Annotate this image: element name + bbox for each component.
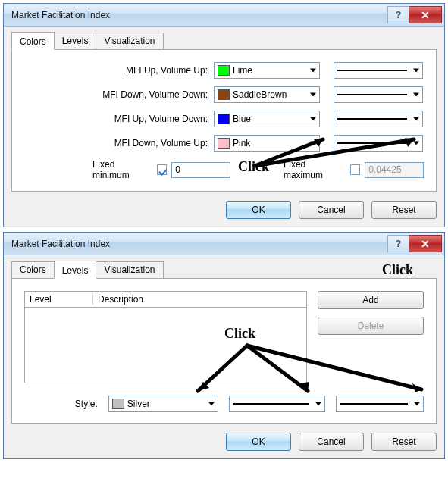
column-description[interactable]: Description: [93, 294, 306, 305]
delete-button: Delete: [318, 317, 424, 335]
line-sample-icon: [337, 94, 407, 95]
close-button[interactable]: ✕: [409, 6, 442, 23]
fixed-min-input[interactable]: 0: [171, 162, 230, 178]
color-row-mfi-down-vol-up: MFI Down, Volume Up: Pink: [24, 135, 424, 152]
chevron-down-icon: [310, 93, 316, 97]
help-button[interactable]: ?: [387, 235, 409, 252]
reset-button[interactable]: Reset: [371, 201, 437, 219]
chevron-down-icon: [208, 402, 215, 406]
levels-pane: Level Description Add Delete Style: Silv…: [11, 279, 437, 424]
line-sample-icon: [337, 70, 407, 71]
chevron-down-icon: [315, 402, 321, 406]
titlebar[interactable]: Market Facilitation Index ? ✕: [4, 233, 444, 255]
svg-marker-9: [412, 383, 421, 392]
color-select[interactable]: Lime: [214, 62, 320, 79]
color-name: Lime: [233, 65, 252, 76]
row-label: MFI Down, Volume Down:: [24, 89, 214, 100]
line-sample-icon: [233, 403, 309, 405]
style-line-width-select[interactable]: [336, 396, 424, 412]
cancel-button[interactable]: Cancel: [299, 433, 364, 451]
close-button[interactable]: ✕: [409, 235, 442, 252]
color-select[interactable]: Pink: [214, 135, 320, 152]
ok-button[interactable]: OK: [226, 201, 291, 219]
style-line-pattern-select[interactable]: [229, 396, 324, 412]
fixed-row: Fixed minimum 0 Fixed maximum 0.04425: [24, 159, 424, 180]
line-style-select[interactable]: [334, 111, 423, 127]
levels-table-header: Level Description: [24, 291, 307, 308]
color-select[interactable]: SaddleBrown: [214, 86, 320, 103]
style-label: Style:: [24, 399, 98, 409]
chevron-down-icon: [413, 117, 419, 121]
tabbar: Colors Levels Visualization: [11, 31, 437, 50]
chevron-down-icon: [414, 402, 420, 406]
color-name: SaddleBrown: [233, 89, 287, 100]
chevron-down-icon: [310, 117, 316, 121]
color-row-mfi-down-vol-down: MFI Down, Volume Down: SaddleBrown: [24, 86, 424, 103]
row-label: MFI Up, Volume Down:: [24, 114, 214, 124]
button-row: OK Cancel Reset: [11, 433, 437, 451]
line-style-select[interactable]: [334, 135, 423, 152]
fixed-min-checkbox[interactable]: [157, 164, 168, 175]
chevron-down-icon: [310, 69, 316, 73]
cancel-button[interactable]: Cancel: [299, 201, 364, 219]
tab-visualization[interactable]: Visualization: [96, 33, 163, 49]
line-style-select[interactable]: [334, 86, 423, 103]
line-style-select[interactable]: [334, 62, 423, 79]
color-row-mfi-up-vol-down: MFI Up, Volume Down: Blue: [24, 111, 424, 127]
style-color-name: Silver: [127, 399, 150, 409]
style-row: Style: Silver: [24, 396, 424, 412]
color-swatch-icon: [112, 399, 124, 409]
chevron-down-icon: [310, 142, 316, 145]
chevron-down-icon: [413, 69, 419, 73]
dialog-body: Colors Levels Visualization Level Descri…: [4, 255, 444, 458]
chevron-down-icon: [413, 93, 419, 97]
help-button[interactable]: ?: [387, 6, 409, 23]
row-label: MFI Down, Volume Up:: [24, 138, 214, 149]
column-level[interactable]: Level: [25, 294, 93, 305]
tab-levels[interactable]: Levels: [54, 261, 97, 279]
fixed-max-checkbox[interactable]: [350, 164, 361, 175]
tab-colors[interactable]: Colors: [11, 32, 55, 50]
add-button[interactable]: Add: [318, 291, 424, 309]
color-name: Pink: [233, 138, 250, 149]
dialog-body: Colors Levels Visualization MFI Up, Volu…: [4, 27, 444, 227]
fixed-max-label: Fixed maximum: [284, 159, 346, 180]
tab-levels[interactable]: Levels: [54, 33, 97, 49]
window-title: Market Facilitation Index: [11, 10, 387, 20]
color-swatch-icon: [218, 65, 230, 76]
ok-button[interactable]: OK: [226, 433, 291, 451]
color-row-mfi-up-vol-up: MFI Up, Volume Up: Lime: [24, 62, 424, 79]
row-label: MFI Up, Volume Up:: [24, 65, 214, 76]
style-color-select[interactable]: Silver: [108, 396, 219, 412]
tab-colors[interactable]: Colors: [11, 261, 55, 278]
fixed-min-label: Fixed minimum: [92, 159, 152, 180]
line-sample-icon: [340, 403, 408, 405]
button-row: OK Cancel Reset: [11, 201, 437, 219]
color-swatch-icon: [218, 138, 230, 149]
fixed-max-input: 0.04425: [365, 162, 424, 178]
dialog-levels: Market Facilitation Index ? ✕ Colors Lev…: [3, 232, 445, 459]
colors-pane: MFI Up, Volume Up: Lime MFI Down, Volume…: [11, 50, 437, 192]
dialog-colors: Market Facilitation Index ? ✕ Colors Lev…: [3, 3, 445, 227]
color-swatch-icon: [218, 89, 230, 100]
line-sample-icon: [337, 118, 407, 120]
tab-visualization[interactable]: Visualization: [96, 261, 163, 278]
window-title: Market Facilitation Index: [11, 239, 387, 249]
color-swatch-icon: [218, 114, 230, 124]
levels-table-body[interactable]: [24, 308, 307, 383]
chevron-down-icon: [413, 142, 419, 145]
color-name: Blue: [233, 114, 251, 124]
titlebar[interactable]: Market Facilitation Index ? ✕: [4, 4, 444, 27]
line-sample-icon: [337, 142, 407, 144]
tabbar: Colors Levels Visualization: [11, 260, 437, 279]
reset-button[interactable]: Reset: [371, 433, 437, 451]
color-select[interactable]: Blue: [214, 111, 320, 127]
